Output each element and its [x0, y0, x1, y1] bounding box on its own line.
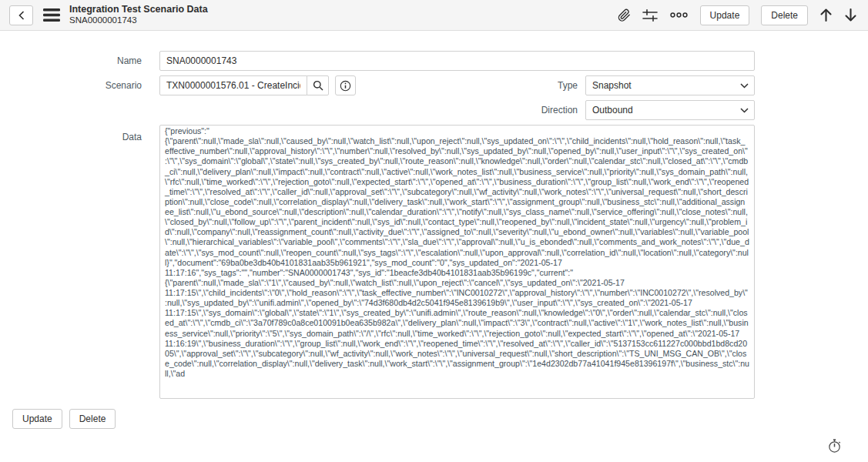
arrow-down-icon[interactable]	[844, 8, 857, 22]
attachment-icon[interactable]	[618, 8, 631, 22]
info-icon	[340, 80, 351, 92]
direction-label: Direction	[541, 105, 585, 116]
record-form: Name Scenario Type Snapshot	[0, 31, 755, 429]
form-header: Integration Test Scenario Data SNA000000…	[0, 0, 868, 31]
scenario-preview-button[interactable]	[335, 75, 356, 95]
scenario-lookup-button[interactable]	[307, 75, 329, 95]
type-label: Type	[558, 80, 585, 91]
chevron-left-icon	[17, 10, 26, 21]
type-select[interactable]: Snapshot	[585, 75, 755, 95]
more-options-icon[interactable]	[669, 12, 689, 18]
update-button-footer[interactable]: Update	[12, 409, 62, 429]
scenario-input[interactable]	[159, 75, 307, 95]
direction-select[interactable]: Outbound	[585, 100, 755, 120]
name-row: Name	[0, 51, 755, 71]
name-input[interactable]	[159, 51, 755, 71]
scenario-type-row: Scenario Type Snapshot	[0, 75, 755, 95]
delete-button-header[interactable]: Delete	[761, 5, 808, 25]
update-button-header[interactable]: Update	[700, 5, 750, 25]
form-footer-buttons: Update Delete	[12, 409, 755, 429]
direction-select-wrap: Outbound	[585, 100, 755, 120]
arrow-up-icon[interactable]	[819, 8, 833, 22]
title-block: Integration Test Scenario Data SNA000000…	[69, 4, 208, 26]
back-button[interactable]	[9, 5, 33, 25]
scenario-reference-field	[159, 75, 329, 95]
data-textarea[interactable]: {"previous":" {\"parent\":null,\"made_sl…	[159, 125, 755, 399]
name-label: Name	[0, 55, 159, 66]
context-menu-icon[interactable]	[43, 8, 60, 22]
delete-button-footer[interactable]: Delete	[69, 409, 116, 429]
page-title: Integration Test Scenario Data	[69, 4, 208, 15]
personalize-form-icon[interactable]	[642, 8, 658, 22]
type-select-wrap: Snapshot	[585, 75, 755, 95]
search-icon	[313, 80, 323, 91]
direction-row: Direction Outbound	[0, 100, 755, 120]
data-row: Data {"previous":" {\"parent\":null,\"ma…	[0, 125, 755, 399]
header-actions: Update Delete	[618, 5, 857, 25]
record-number: SNA0000001743	[69, 15, 208, 26]
data-label: Data	[0, 125, 159, 142]
scenario-label: Scenario	[0, 80, 159, 91]
response-time-icon[interactable]	[827, 438, 842, 454]
